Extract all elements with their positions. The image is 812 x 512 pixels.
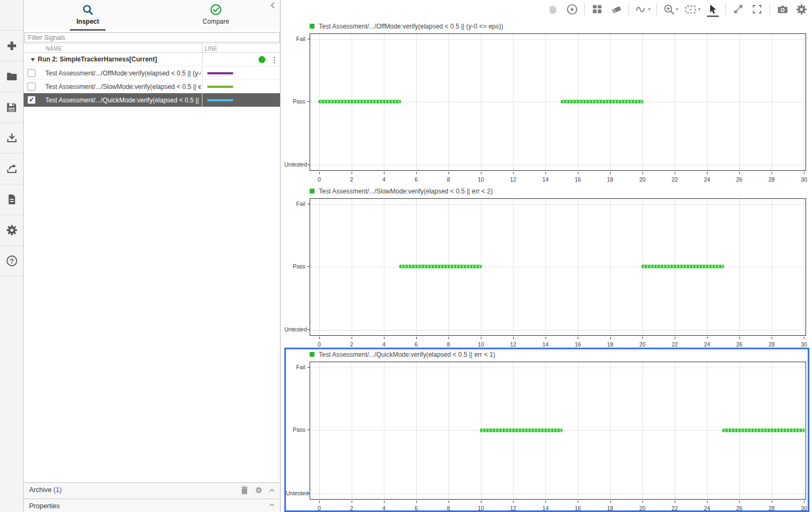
open-button[interactable] xyxy=(0,61,23,92)
signal-row-slowmode[interactable]: Test Assessment/.../SlowMode:verify(elap… xyxy=(24,80,280,93)
x-tick-mark xyxy=(481,501,481,503)
x-tick-mark xyxy=(416,172,417,174)
import-icon xyxy=(5,132,18,144)
chart-title: Test Assessment/.../OffMode:verify(elaps… xyxy=(310,23,503,30)
zoom-in-button[interactable]: ▾ xyxy=(663,3,678,16)
legend-marker xyxy=(310,24,314,29)
chevron-up-icon[interactable] xyxy=(269,502,275,508)
x-axis-tick-label: 22 xyxy=(671,505,678,511)
snapshot-icon xyxy=(776,3,789,16)
x-tick-mark xyxy=(384,337,384,339)
y-axis-label: Fail xyxy=(286,364,305,370)
x-axis-tick-label: 26 xyxy=(736,176,743,183)
y-tick-mark xyxy=(307,266,310,267)
gridline-h xyxy=(310,267,806,267)
eraser-button[interactable] xyxy=(610,2,622,16)
add-button[interactable] xyxy=(0,30,23,61)
tab-inspect[interactable]: Inspect xyxy=(24,0,152,31)
chevron-up-icon[interactable] xyxy=(269,487,275,494)
collapse-arrow-icon[interactable] xyxy=(31,58,35,61)
y-axis-label: Untested xyxy=(286,490,305,496)
x-axis-tick-label: 16 xyxy=(575,176,581,183)
run-group-row[interactable]: Run 2: SimpleTrackerHarness[Current] xyxy=(24,53,280,66)
fullscreen-button[interactable] xyxy=(751,2,764,16)
y-axis-label: Untested xyxy=(284,326,305,333)
archive-section[interactable]: Archive (1) xyxy=(24,482,279,498)
x-axis-tick-label: 24 xyxy=(704,341,710,348)
signal-checkbox[interactable] xyxy=(27,69,36,77)
panel-tabbar: Inspect Compare xyxy=(24,0,280,31)
snapshot-button[interactable] xyxy=(776,2,789,16)
properties-section[interactable]: Properties xyxy=(24,499,279,512)
x-axis-tick-label: 4 xyxy=(382,505,386,511)
x-axis-tick-label: 30 xyxy=(801,176,807,183)
x-tick-mark xyxy=(416,337,417,339)
x-axis-tick-label: 2 xyxy=(350,176,353,183)
gridline-v xyxy=(642,362,643,499)
layout-grid-button[interactable] xyxy=(591,2,604,16)
x-axis-tick-label: 2 xyxy=(350,505,353,511)
plot-area: ▾ ▾ ▾ xyxy=(281,0,812,512)
subplot-slowmode[interactable]: Test Assessment/.../SlowMode:verify(elap… xyxy=(284,184,809,346)
x-tick-mark xyxy=(739,172,740,174)
signal-checkbox[interactable] xyxy=(27,96,36,104)
x-tick-mark xyxy=(319,501,320,503)
x-axis-tick-label: 4 xyxy=(382,341,386,348)
signal-checkbox[interactable] xyxy=(27,82,36,91)
help-icon: ? xyxy=(5,254,18,267)
export-icon xyxy=(5,162,18,175)
x-tick-mark xyxy=(513,501,514,503)
trash-icon[interactable] xyxy=(240,486,249,495)
filter-signals-input[interactable] xyxy=(24,32,280,43)
signal-line-swatch xyxy=(207,99,233,101)
signal-trace-button[interactable]: ▾ xyxy=(635,3,650,16)
chevron-down-icon: ▾ xyxy=(698,6,701,12)
pan-hand-button[interactable] xyxy=(547,2,559,16)
search-icon xyxy=(81,3,94,16)
subplot-offmode[interactable]: Test Assessment/.../OffMode:verify(elaps… xyxy=(284,19,809,181)
subplot-quickmode[interactable]: Test Assessment/.../QuickMode:verify(ela… xyxy=(284,348,809,512)
replay-button[interactable] xyxy=(565,2,578,16)
gridline-v xyxy=(319,362,320,499)
x-axis-tick-label: 16 xyxy=(575,341,581,348)
collapse-panel-button[interactable] xyxy=(269,2,277,9)
settings-button[interactable] xyxy=(0,215,23,245)
signal-list: Test Assessment/.../OffMode:verify(elaps… xyxy=(24,66,280,107)
gear-icon xyxy=(795,3,808,16)
report-button[interactable] xyxy=(0,184,23,215)
signal-row-quickmode[interactable]: Test Assessment/.../QuickMode:verify(ela… xyxy=(24,93,280,107)
export-button[interactable] xyxy=(0,153,23,184)
help-button[interactable]: ? xyxy=(0,245,23,276)
y-tick-mark xyxy=(307,329,310,330)
column-line: LINE xyxy=(205,46,218,52)
app-toolstrip: ? xyxy=(0,0,24,512)
x-axis-tick-label: 8 xyxy=(447,505,450,511)
x-axis-tick-label: 10 xyxy=(478,176,484,183)
x-axis-tick-label: 24 xyxy=(704,176,710,183)
plot-canvas xyxy=(310,33,806,171)
properties-label: Properties xyxy=(29,502,60,510)
run-menu-icon[interactable] xyxy=(271,56,277,64)
verify-pass-segment xyxy=(480,428,563,432)
signal-row-offmode[interactable]: Test Assessment/.../OffMode:verify(elaps… xyxy=(24,66,280,80)
save-button[interactable] xyxy=(0,92,23,122)
x-tick-mark xyxy=(578,337,578,339)
x-axis-tick-label: 18 xyxy=(607,505,613,511)
gridline-v xyxy=(352,362,352,499)
expand-button[interactable] xyxy=(732,2,745,16)
check-circle-icon xyxy=(209,3,222,16)
plot-settings-button[interactable] xyxy=(795,2,808,16)
y-tick-mark xyxy=(307,39,310,39)
import-button[interactable] xyxy=(0,122,23,153)
tab-compare-label: Compare xyxy=(202,18,229,25)
tab-compare[interactable]: Compare xyxy=(152,0,280,31)
gridline-h xyxy=(310,330,806,330)
gridline-h xyxy=(310,204,806,205)
gear-icon[interactable] xyxy=(255,486,263,494)
pointer-tool-button[interactable] xyxy=(706,2,719,16)
plot-toolbar: ▾ ▾ ▾ xyxy=(547,2,808,16)
fullscreen-icon xyxy=(751,3,763,15)
fit-to-view-button[interactable]: ▾ xyxy=(684,3,701,16)
signal-line-swatch xyxy=(207,72,233,74)
gridline-v xyxy=(578,362,578,499)
